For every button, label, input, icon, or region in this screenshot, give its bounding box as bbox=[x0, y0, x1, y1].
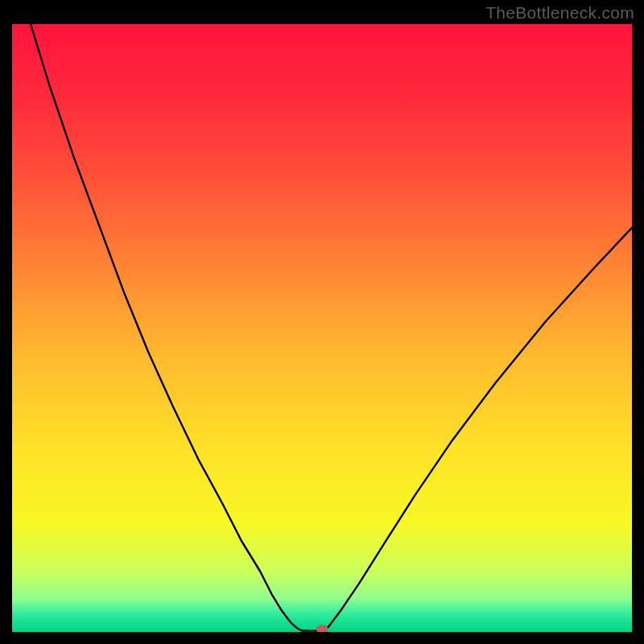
chart-svg bbox=[12, 24, 632, 632]
watermark-text: TheBottleneck.com bbox=[485, 3, 634, 23]
chart-frame: TheBottleneck.com bbox=[0, 0, 644, 644]
plot-area bbox=[12, 24, 632, 632]
